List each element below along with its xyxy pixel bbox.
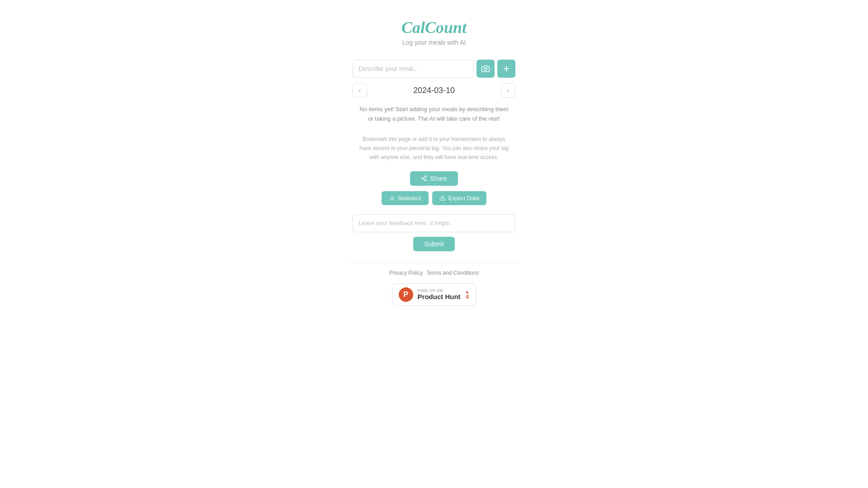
plus-icon <box>502 65 510 73</box>
vote-count: 4 <box>466 294 469 300</box>
terms-link[interactable]: Terms and Conditions <box>426 270 479 276</box>
product-hunt-name: Product Hunt <box>418 293 461 300</box>
footer-links: Privacy Policy Terms and Conditions <box>389 270 479 276</box>
footer-divider <box>348 262 520 263</box>
date-nav: ‹ 2024-03-10 › <box>353 83 515 98</box>
app-title: CalCount <box>401 18 467 37</box>
chevron-left-icon: ‹ <box>359 86 361 94</box>
empty-state-message: No items yet! Start adding your meals by… <box>357 105 511 124</box>
product-hunt-logo: P <box>399 287 413 302</box>
main-container: ‹ 2024-03-10 › No items yet! Start addin… <box>353 60 515 306</box>
current-date: 2024-03-10 <box>413 86 455 95</box>
share-icon <box>421 175 427 182</box>
product-hunt-text: FIND US ON Product Hunt <box>418 288 461 300</box>
camera-icon <box>481 65 490 73</box>
meal-input-row <box>353 60 515 78</box>
download-icon <box>439 195 446 201</box>
statistics-label: Statistics <box>398 195 421 202</box>
next-date-button[interactable]: › <box>501 83 515 98</box>
privacy-policy-link[interactable]: Privacy Policy <box>389 270 423 276</box>
camera-button[interactable] <box>476 60 495 78</box>
export-data-button[interactable]: Export Data <box>432 191 487 205</box>
action-buttons: Statistics Export Data <box>382 191 487 205</box>
svg-point-0 <box>484 68 487 70</box>
bookmark-info: Bookmark this page or add it to your hom… <box>357 135 511 162</box>
submit-label: Submit <box>424 240 444 248</box>
meal-input[interactable] <box>353 60 474 78</box>
product-hunt-votes: ▲ 4 <box>465 290 470 300</box>
share-label: Share <box>430 175 447 182</box>
share-button[interactable]: Share <box>410 171 458 186</box>
svg-line-6 <box>423 179 425 180</box>
feedback-input[interactable] <box>353 214 515 232</box>
statistics-button[interactable]: Statistics <box>382 191 429 205</box>
feedback-area <box>353 214 515 232</box>
product-hunt-badge[interactable]: P FIND US ON Product Hunt ▲ 4 <box>392 283 476 306</box>
svg-line-7 <box>423 177 425 178</box>
submit-button[interactable]: Submit <box>413 237 455 251</box>
app-subtitle: Log your meals with AI <box>402 39 466 46</box>
product-hunt-find-us: FIND US ON <box>418 288 461 293</box>
chevron-right-icon: › <box>507 86 509 94</box>
export-data-label: Export Data <box>448 195 480 202</box>
add-button[interactable] <box>497 60 515 78</box>
bar-chart-icon <box>389 195 395 201</box>
prev-date-button[interactable]: ‹ <box>353 83 367 98</box>
